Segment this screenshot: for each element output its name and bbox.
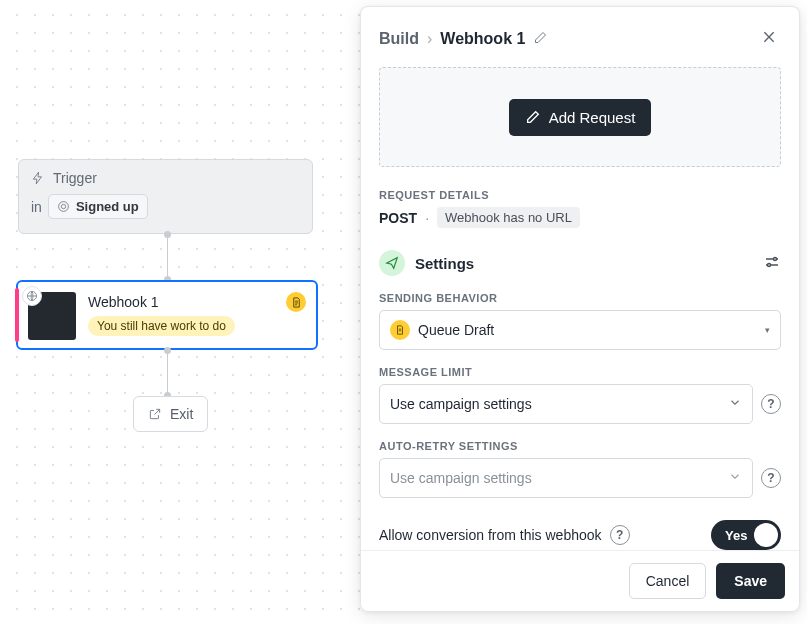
auto-retry-placeholder: Use campaign settings <box>390 470 532 486</box>
allow-conversion-toggle[interactable]: Yes <box>711 520 781 550</box>
webhook-node-warning: You still have work to do <box>88 316 235 336</box>
connector-line <box>167 234 168 280</box>
cancel-button[interactable]: Cancel <box>629 563 707 599</box>
message-limit-help[interactable]: ? <box>761 394 781 414</box>
chevron-down-icon <box>728 396 742 413</box>
paper-plane-icon <box>385 256 399 270</box>
save-button[interactable]: Save <box>716 563 785 599</box>
lightning-icon <box>31 171 45 185</box>
message-limit-value: Use campaign settings <box>390 396 532 412</box>
sliders-icon <box>763 253 781 271</box>
panel-footer: Cancel Save <box>361 550 799 611</box>
request-method: POST <box>379 210 417 226</box>
auto-retry-help[interactable]: ? <box>761 468 781 488</box>
external-link-icon <box>148 407 162 421</box>
svg-point-4 <box>768 263 771 266</box>
draft-status-icon <box>390 320 410 340</box>
exit-node[interactable]: Exit <box>133 396 208 432</box>
sending-behavior-label: SENDING BEHAVIOR <box>379 292 781 304</box>
request-details-heading: REQUEST DETAILS <box>379 189 781 201</box>
globe-icon <box>26 290 38 302</box>
breadcrumb-parent[interactable]: Build <box>379 30 419 48</box>
webhook-node-icon-wrap <box>28 292 76 340</box>
edit-name-button[interactable] <box>533 30 548 49</box>
auto-retry-label: AUTO-RETRY SETTINGS <box>379 440 781 452</box>
sending-behavior-value: Queue Draft <box>418 322 494 338</box>
trigger-prefix: in <box>31 199 42 215</box>
request-url-status: Webhook has no URL <box>437 207 580 228</box>
message-limit-label: MESSAGE LIMIT <box>379 366 781 378</box>
add-request-dropzone: Add Request <box>379 67 781 167</box>
close-panel-button[interactable] <box>757 25 781 53</box>
chevron-right-icon: › <box>427 30 432 48</box>
breadcrumb: Build › Webhook 1 <box>379 25 781 53</box>
chevron-down-icon <box>728 470 742 487</box>
pencil-icon <box>533 30 548 45</box>
settings-section-icon-wrap <box>379 250 405 276</box>
document-icon <box>291 297 302 308</box>
svg-point-0 <box>59 202 69 212</box>
trigger-event-chip[interactable]: Signed up <box>48 194 148 219</box>
webhook-node-title: Webhook 1 <box>88 294 304 310</box>
add-request-button[interactable]: Add Request <box>509 99 652 136</box>
settings-adjust-button[interactable] <box>763 253 781 274</box>
svg-point-3 <box>774 257 777 260</box>
add-request-label: Add Request <box>549 109 636 126</box>
globe-badge <box>22 286 42 306</box>
auto-retry-select[interactable]: Use campaign settings <box>379 458 753 498</box>
connector-line <box>167 350 168 396</box>
draft-status-badge <box>286 292 306 312</box>
close-icon <box>761 29 777 45</box>
allow-conversion-label: Allow conversion from this webhook <box>379 527 602 543</box>
allow-conversion-help[interactable]: ? <box>610 525 630 545</box>
settings-section-title: Settings <box>415 255 474 272</box>
toggle-value: Yes <box>725 528 747 543</box>
pencil-icon <box>525 109 541 125</box>
separator-dot: · <box>425 210 429 226</box>
document-icon <box>395 325 405 335</box>
toggle-knob <box>754 523 778 547</box>
chevron-down-icon: ▾ <box>765 325 770 335</box>
svg-point-1 <box>61 204 65 208</box>
trigger-node[interactable]: Trigger in Signed up <box>18 159 313 234</box>
trigger-label: Trigger <box>53 170 97 186</box>
trigger-event-label: Signed up <box>76 199 139 214</box>
exit-label: Exit <box>170 406 193 422</box>
message-limit-select[interactable]: Use campaign settings <box>379 384 753 424</box>
sending-behavior-select[interactable]: Queue Draft ▾ <box>379 310 781 350</box>
breadcrumb-current: Webhook 1 <box>440 30 525 48</box>
target-icon <box>57 200 70 213</box>
webhook-node[interactable]: Webhook 1 You still have work to do <box>16 280 318 350</box>
settings-panel: Build › Webhook 1 <box>360 6 800 612</box>
